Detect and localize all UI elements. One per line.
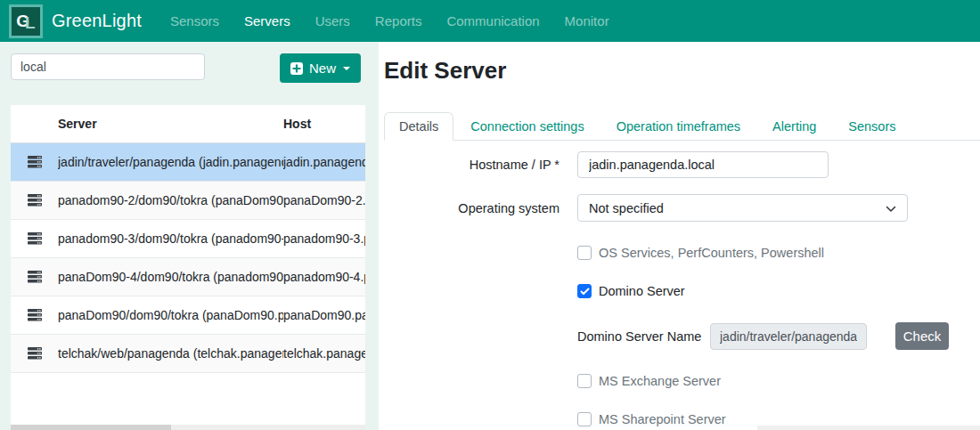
table-row[interactable]: panaDom90/dom90/tokra (panaDom90.pa pana… bbox=[11, 296, 365, 335]
nav-item-users[interactable]: Users bbox=[303, 0, 363, 42]
plus-square-icon bbox=[290, 62, 303, 75]
page-title: Edit Server bbox=[384, 57, 980, 85]
os-services-checkbox[interactable] bbox=[577, 246, 592, 260]
tab-operation-timeframes[interactable]: Operation timeframes bbox=[601, 112, 755, 141]
server-rack-icon bbox=[11, 309, 58, 321]
chevron-down-icon bbox=[343, 67, 350, 70]
edit-server-tabs: Details Connection settings Operation ti… bbox=[384, 112, 980, 141]
domino-server-name-input bbox=[710, 323, 867, 350]
column-header-host[interactable]: Host bbox=[283, 117, 365, 131]
tab-sensors[interactable]: Sensors bbox=[833, 112, 911, 141]
operating-system-selected-value: Not specified bbox=[589, 201, 664, 215]
main-navigation: Sensors Servers Users Reports Communicat… bbox=[158, 0, 622, 42]
table-row[interactable]: panaDom90-4/dom90/tokra (panadom90-4 pan… bbox=[11, 258, 365, 296]
main-horizontal-scrollbar[interactable] bbox=[757, 426, 980, 430]
nav-item-sensors[interactable]: Sensors bbox=[158, 0, 232, 42]
ms-exchange-checkbox-label[interactable]: MS Exchange Server bbox=[599, 374, 721, 388]
table-row[interactable]: panadom90-2/dom90/tokra (panaDom90-2 pan… bbox=[11, 182, 365, 220]
chevron-down-icon bbox=[886, 201, 896, 215]
server-name: telchak/web/panagenda (telchak.panagen bbox=[58, 346, 283, 361]
server-rack-icon bbox=[11, 271, 58, 283]
server-table-header: Server Host bbox=[11, 105, 365, 143]
domino-server-name-label: Domino Server Name bbox=[577, 329, 710, 344]
os-services-checkbox-label[interactable]: OS Services, PerfCounters, Powershell bbox=[599, 246, 824, 260]
nav-item-servers[interactable]: Servers bbox=[232, 0, 303, 42]
domino-server-checkbox-label[interactable]: Domino Server bbox=[599, 284, 685, 298]
tab-alerting[interactable]: Alerting bbox=[757, 112, 831, 141]
server-rack-icon bbox=[11, 347, 58, 360]
server-rack-icon bbox=[11, 194, 58, 207]
server-rack-icon bbox=[11, 156, 58, 168]
server-details-form: Hostname / IP * Operating system Not spe… bbox=[384, 151, 980, 426]
search-input[interactable] bbox=[11, 53, 205, 80]
nav-item-monitor[interactable]: Monitor bbox=[552, 0, 622, 42]
table-horizontal-scrollbar[interactable] bbox=[11, 425, 365, 430]
scrollbar-thumb[interactable] bbox=[11, 425, 171, 430]
nav-item-reports[interactable]: Reports bbox=[363, 0, 435, 42]
hostname-input[interactable] bbox=[577, 151, 829, 178]
server-host: panaDom90.par bbox=[283, 308, 365, 322]
new-server-button[interactable]: New bbox=[280, 53, 361, 83]
operating-system-label: Operating system bbox=[384, 201, 577, 215]
greenlight-logo-icon: G L bbox=[12, 7, 40, 36]
server-name: panadom90-2/dom90/tokra (panaDom90-2 bbox=[58, 193, 283, 207]
nav-item-communication[interactable]: Communication bbox=[434, 0, 551, 42]
ms-sharepoint-checkbox[interactable] bbox=[577, 412, 592, 426]
operating-system-select[interactable]: Not specified bbox=[577, 194, 908, 222]
greenlight-logo: G L bbox=[9, 4, 43, 38]
hostname-label: Hostname / IP * bbox=[384, 158, 577, 172]
ms-exchange-checkbox[interactable] bbox=[577, 374, 592, 388]
table-row[interactable]: telchak/web/panagenda (telchak.panagen t… bbox=[11, 335, 365, 373]
server-rack-icon bbox=[11, 232, 58, 245]
server-list-panel: New Server Host jadin/traveler/panagenda… bbox=[0, 42, 379, 430]
server-host: jadin.panagenda bbox=[283, 155, 365, 169]
greenlight-app: G L GreenLight Sensors Servers Users Rep… bbox=[0, 0, 980, 430]
server-name: panaDom90/dom90/tokra (panaDom90.pa bbox=[58, 308, 283, 322]
check-button[interactable]: Check bbox=[895, 322, 949, 350]
server-table: Server Host jadin/traveler/panagenda (ja… bbox=[11, 105, 365, 425]
table-row[interactable]: jadin/traveler/panagenda (jadin.panagend… bbox=[11, 143, 365, 182]
server-name: panaDom90-4/dom90/tokra (panadom90-4 bbox=[58, 270, 283, 284]
domino-server-checkbox[interactable] bbox=[577, 284, 592, 298]
tab-details[interactable]: Details bbox=[384, 112, 453, 141]
brand-title: GreenLight bbox=[52, 11, 142, 31]
server-name: jadin/traveler/panagenda (jadin.panagend… bbox=[58, 155, 283, 169]
server-host: panadom90-4.p bbox=[283, 270, 365, 284]
server-host: panadom90-3.p bbox=[283, 231, 365, 246]
top-navbar: G L GreenLight Sensors Servers Users Rep… bbox=[0, 0, 980, 42]
new-button-label: New bbox=[309, 61, 336, 76]
server-name: panadom90-3/dom90/tokra (panadom90-3 bbox=[58, 231, 283, 246]
ms-sharepoint-checkbox-label[interactable]: MS Sharepoint Server bbox=[599, 412, 726, 426]
edit-server-panel: Edit Server Details Connection settings … bbox=[379, 42, 980, 430]
tab-connection-settings[interactable]: Connection settings bbox=[455, 112, 599, 141]
server-host: telchak.panager bbox=[283, 346, 365, 361]
column-header-server[interactable]: Server bbox=[58, 117, 283, 131]
table-row[interactable]: panadom90-3/dom90/tokra (panadom90-3 pan… bbox=[11, 220, 365, 258]
server-list-toolbar: New bbox=[0, 53, 379, 83]
logo-letter-l: L bbox=[25, 14, 36, 31]
server-host: panaDom90-2.p bbox=[283, 193, 365, 207]
